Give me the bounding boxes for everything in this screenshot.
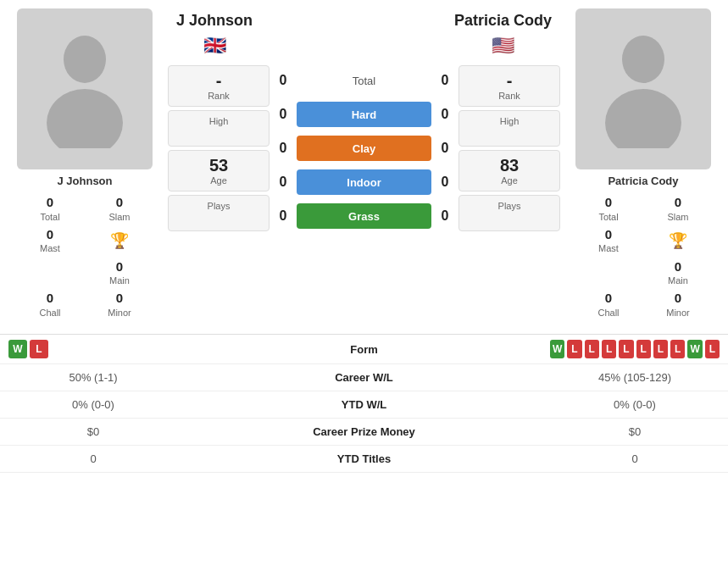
right-form-badge-l4: L <box>619 340 633 358</box>
left-trophy: 🏆 <box>86 226 153 255</box>
clay-score-row: 0 Clay 0 <box>275 133 453 164</box>
right-player-stats: 0 Total 0 Slam 0 Mast 🏆 0 Main <box>575 194 711 319</box>
left-main-stat: 0 Main <box>86 258 153 287</box>
left-clay-score: 0 <box>275 141 292 156</box>
right-total-stat: 0 Total <box>575 194 642 223</box>
right-age-box: 83 Age <box>458 150 560 191</box>
right-plays-box: Plays <box>458 195 560 231</box>
career-wl-label: Career W/L <box>178 371 550 384</box>
ytd-wl-label: YTD W/L <box>178 398 550 411</box>
right-ytd-wl: 0% (0-0) <box>550 398 720 411</box>
right-info-panel: - Rank High 83 Age Plays <box>458 65 560 231</box>
right-flag: 🇺🇸 <box>492 35 514 57</box>
ytd-titles-label: YTD Titles <box>178 452 550 465</box>
left-indoor-score: 0 <box>275 175 292 190</box>
grass-score-row: 0 Grass 0 <box>275 201 453 231</box>
right-rank-box: - Rank <box>458 65 560 107</box>
svg-point-0 <box>64 36 106 83</box>
ytd-titles-row: 0 YTD Titles 0 <box>0 446 728 473</box>
left-plays-box: Plays <box>168 195 270 231</box>
right-total-score: 0 <box>436 73 453 88</box>
right-slam-stat: 0 Slam <box>645 194 711 223</box>
scores-section: - Rank High 53 Age Plays <box>168 65 560 231</box>
right-player-photo <box>575 8 711 169</box>
left-total-stat: 0 Total <box>17 194 83 223</box>
left-form-badge-w: W <box>8 340 27 358</box>
left-ytd-titles: 0 <box>8 452 178 465</box>
left-age-box: 53 Age <box>168 150 270 191</box>
right-high-box: High <box>458 110 560 147</box>
right-form-badge-w2: W <box>687 340 702 358</box>
right-prize-money: $0 <box>550 425 720 438</box>
left-career-wl: 50% (1-1) <box>8 371 178 384</box>
svg-point-3 <box>605 89 681 148</box>
trophy-icon-right: 🏆 <box>669 231 687 250</box>
right-main-stat: 0 Main <box>645 258 711 287</box>
hard-score-row: 0 Hard 0 <box>275 99 453 130</box>
left-grass-score: 0 <box>275 208 292 224</box>
total-label: Total <box>297 75 431 87</box>
svg-point-2 <box>622 36 664 83</box>
left-ytd-wl: 0% (0-0) <box>8 398 178 411</box>
top-section: J Johnson 0 Total 0 Slam 0 Mast 🏆 <box>0 0 728 327</box>
right-form-badge-l7: L <box>670 340 685 358</box>
right-indoor-score: 0 <box>436 175 453 190</box>
right-form-badge-l5: L <box>636 340 651 358</box>
left-flag: 🇬🇧 <box>203 35 226 57</box>
grass-badge: Grass <box>297 203 431 229</box>
right-ytd-titles: 0 <box>550 452 720 465</box>
left-slam-stat: 0 Slam <box>86 194 153 223</box>
left-hard-score: 0 <box>275 107 292 122</box>
center-section: J Johnson 🇬🇧 Patricia Cody 🇺🇸 - Rank <box>168 8 560 319</box>
prize-money-row: $0 Career Prize Money $0 <box>0 419 728 446</box>
left-high-box: High <box>168 110 270 147</box>
right-center-name: Patricia Cody <box>454 12 552 30</box>
clay-badge: Clay <box>297 136 431 161</box>
career-wl-row: 50% (1-1) Career W/L 45% (105-129) <box>0 364 728 391</box>
right-clay-score: 0 <box>436 141 453 156</box>
player-names-row: J Johnson 🇬🇧 Patricia Cody 🇺🇸 <box>168 8 560 60</box>
right-hard-score: 0 <box>436 107 453 122</box>
right-form-badge-l1: L <box>567 340 581 358</box>
left-player-card: J Johnson 0 Total 0 Slam 0 Mast 🏆 <box>8 8 161 319</box>
indoor-score-row: 0 Indoor 0 <box>275 167 453 197</box>
indoor-badge: Indoor <box>297 169 431 195</box>
left-form-badges: W L <box>8 340 178 358</box>
right-player-name: Patricia Cody <box>608 175 678 187</box>
left-mast-stat: 0 Mast <box>17 226 83 255</box>
left-player-stats: 0 Total 0 Slam 0 Mast 🏆 0 Main <box>17 194 153 319</box>
svg-point-1 <box>47 89 123 148</box>
main-container: J Johnson 0 Total 0 Slam 0 Mast 🏆 <box>0 0 728 473</box>
right-form-badges: W L L L L L L L W L <box>550 340 720 358</box>
left-name-flag: J Johnson 🇬🇧 <box>176 12 253 57</box>
right-form-badge-l2: L <box>585 340 599 358</box>
ytd-wl-row: 0% (0-0) YTD W/L 0% (0-0) <box>0 391 728 419</box>
form-label: Form <box>178 343 550 356</box>
right-minor-stat: 0 Minor <box>645 290 711 319</box>
left-info-panel: - Rank High 53 Age Plays <box>168 65 270 231</box>
left-minor-stat: 0 Minor <box>86 290 153 319</box>
prize-money-label: Career Prize Money <box>178 425 550 438</box>
left-center-name: J Johnson <box>176 12 253 30</box>
left-player-name: J Johnson <box>57 175 112 187</box>
right-form-badge-l3: L <box>602 340 616 358</box>
right-form-badge-l6: L <box>653 340 668 358</box>
right-chall-stat: 0 Chall <box>575 290 642 319</box>
left-rank-box: - Rank <box>168 65 270 107</box>
form-row: W L Form W L L L L L L L W L <box>0 335 728 364</box>
right-career-wl: 45% (105-129) <box>550 371 720 384</box>
left-chall-stat: 0 Chall <box>17 290 83 319</box>
right-mast-stat: 0 Mast <box>575 226 642 255</box>
right-player-card: Patricia Cody 0 Total 0 Slam 0 Mast 🏆 <box>567 8 720 319</box>
trophy-icon-left: 🏆 <box>110 231 129 250</box>
left-prize-money: $0 <box>8 425 178 438</box>
left-player-photo <box>17 8 153 169</box>
total-score-row: 0 Total 0 <box>275 65 453 96</box>
bottom-section: W L Form W L L L L L L L W L 50% (1-1) C… <box>0 334 728 473</box>
hard-badge: Hard <box>297 102 431 127</box>
right-form-badge-l8: L <box>705 340 720 358</box>
scores-middle: 0 Total 0 0 Hard 0 0 Clay 0 <box>275 65 453 231</box>
right-form-badge-w1: W <box>550 340 564 358</box>
right-grass-score: 0 <box>436 208 453 224</box>
right-name-flag: Patricia Cody 🇺🇸 <box>454 12 552 57</box>
